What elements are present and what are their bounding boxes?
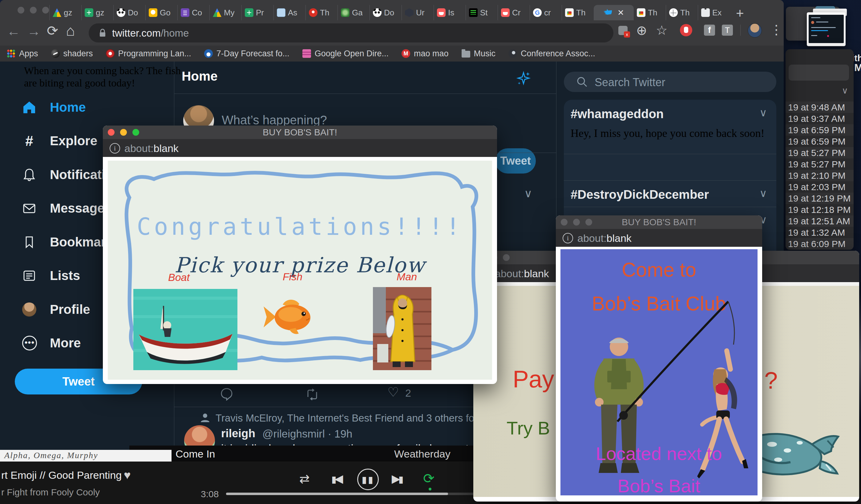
chevron-down-icon[interactable]: ∨ <box>760 187 767 199</box>
browser-tab[interactable]: Th ✕ <box>634 5 666 20</box>
browser-tab[interactable]: Pr ✕ <box>242 5 273 20</box>
previous-track-icon[interactable]: ◀ <box>331 472 343 485</box>
file-row[interactable]: 19 at 12:51 AM <box>785 215 853 227</box>
zoom-window-button[interactable] <box>503 254 510 261</box>
profile-avatar[interactable] <box>748 23 762 38</box>
chevron-down-icon[interactable]: ∨ <box>842 86 848 96</box>
forward-button[interactable]: → <box>27 23 41 39</box>
man-prize-image[interactable] <box>373 287 432 370</box>
browser-tab[interactable]: cr ✕ <box>530 5 562 20</box>
bookmark-item[interactable]: Programming Lan... <box>106 49 191 58</box>
boat-prize-image[interactable] <box>133 289 237 370</box>
browser-tab[interactable]: Ex ✕ <box>698 5 730 20</box>
browser-tab[interactable]: Do ✕ <box>113 5 145 20</box>
browser-tab[interactable]: gz ✕ <box>81 5 113 20</box>
window-titlebar[interactable]: BUY BOB'S BAIT! <box>556 215 762 229</box>
browser-tab[interactable]: ✕ <box>594 5 634 20</box>
trend-row[interactable]: #DestroyDickDecember ∨ <box>564 180 776 207</box>
extension-icon[interactable] <box>618 26 628 35</box>
file-row[interactable]: 19 at 6:59 PM <box>785 136 853 147</box>
close-window-button[interactable] <box>561 219 568 226</box>
prize-label-boat[interactable]: Boat <box>168 271 190 283</box>
browser-tab[interactable]: As ✕ <box>273 5 305 20</box>
add-circle-icon[interactable]: ⊕ <box>636 23 647 38</box>
file-row[interactable]: 19 at 1:32 AM <box>785 227 853 238</box>
browser-menu-icon[interactable]: ⋮ <box>770 22 783 37</box>
browser-tab[interactable]: Is ✕ <box>434 5 466 20</box>
browser-tab[interactable]: Go ✕ <box>145 5 177 20</box>
close-window-button[interactable] <box>108 129 114 136</box>
prize-label-man[interactable]: Man <box>397 271 417 283</box>
file-row[interactable]: 19 at 6:09 PM <box>785 238 853 250</box>
minimize-window-button[interactable] <box>30 7 37 14</box>
browser-tab[interactable]: Ur ✕ <box>401 5 434 20</box>
file-row[interactable]: 19 at 9:48 AM <box>785 101 853 113</box>
like-heart-icon[interactable]: ♡ <box>387 384 399 400</box>
t-extension-icon[interactable]: T <box>722 25 733 36</box>
browser-tab[interactable]: Cr ✕ <box>497 5 530 20</box>
queue-track-bar[interactable]: ▾ Come In Weatherday <box>129 446 476 461</box>
facebook-extension-icon[interactable]: f <box>704 25 715 36</box>
browser-tab[interactable]: Th ✕ <box>666 5 698 20</box>
bookmark-star-icon[interactable]: ☆ <box>656 23 668 38</box>
zoom-window-button[interactable] <box>133 129 139 136</box>
bookmark-item[interactable]: Google Open Dire... <box>302 49 388 58</box>
tweet-author[interactable]: rileigh <box>221 427 255 440</box>
zoom-window-button[interactable] <box>585 219 592 226</box>
reload-button[interactable]: ⟳ <box>47 23 58 39</box>
chevron-down-icon[interactable]: ∨ <box>524 187 532 200</box>
pause-button[interactable]: ▮▮ <box>357 468 379 490</box>
browser-tab[interactable]: Co ✕ <box>177 5 209 20</box>
browser-tab[interactable]: Do ✕ <box>370 5 401 20</box>
home-button[interactable]: ⌂ <box>66 22 75 39</box>
file-row[interactable]: 19 at 6:59 PM <box>785 124 853 136</box>
timeline-sparkle-icon[interactable] <box>516 71 531 86</box>
adblock-icon[interactable] <box>680 24 692 36</box>
sidebar-item-home[interactable]: Home <box>0 97 173 117</box>
close-window-button[interactable] <box>17 7 24 14</box>
browser-tab[interactable]: Th ✕ <box>562 5 594 20</box>
prize-label-fish[interactable]: Fish <box>283 271 302 283</box>
popup-address-bar[interactable]: i about:blank <box>556 229 762 247</box>
composer-placeholder[interactable]: What’s happening? <box>222 113 327 127</box>
browser-tab[interactable]: St ✕ <box>466 5 497 20</box>
minimize-window-button[interactable] <box>120 129 127 136</box>
new-tab-button[interactable]: + <box>736 5 744 21</box>
bookmark-item[interactable]: Music <box>462 49 496 58</box>
trend-row[interactable]: #whamageddon ∨ <box>564 100 776 126</box>
browser-tab[interactable]: My ✕ <box>209 5 242 20</box>
bookmark-item[interactable]: mao mao <box>401 49 449 58</box>
info-icon[interactable]: i <box>110 143 120 154</box>
popup-address-bar[interactable]: i about:blank <box>103 139 497 157</box>
file-row[interactable]: 19 at 2:03 PM <box>785 181 853 193</box>
retweet-icon[interactable] <box>304 388 320 401</box>
browser-tab[interactable]: Th ✕ <box>305 5 338 20</box>
zoom-window-button[interactable] <box>42 7 49 14</box>
liked-heart-icon[interactable]: ♥ <box>124 468 131 482</box>
next-track-icon[interactable]: ▶ <box>392 472 404 485</box>
shuffle-icon[interactable]: ⇄ <box>299 472 310 486</box>
file-row[interactable]: 19 at 9:37 AM <box>785 113 853 124</box>
repeat-icon[interactable]: ⟳ <box>423 471 435 486</box>
minimize-window-button[interactable] <box>573 219 580 226</box>
info-icon[interactable]: i <box>563 233 573 243</box>
screenshots-file-panel[interactable]: ∨ 19 at 9:48 AM19 at 9:37 AM19 at 6:59 P… <box>785 49 853 250</box>
address-bar[interactable]: twitter.com/home <box>89 23 613 42</box>
file-row[interactable]: 19 at 12:19 PM <box>785 193 853 204</box>
bookmark-item[interactable]: Conference Assoc... <box>508 49 595 58</box>
bookmark-item[interactable]: Apps <box>7 49 38 58</box>
file-row[interactable]: 19 at 12:18 PM <box>785 204 853 215</box>
back-button[interactable]: ← <box>7 23 20 39</box>
composer-tweet-button[interactable]: Tweet <box>495 148 536 173</box>
file-row[interactable]: 19 at 5:27 PM <box>785 147 853 158</box>
search-input[interactable]: Search Twitter <box>564 72 776 92</box>
chevron-down-icon[interactable]: ∨ <box>760 107 767 119</box>
window-titlebar[interactable]: BUY BOB'S BAIT! <box>103 126 497 139</box>
bookmark-item[interactable]: 7-Day Forecast fo... <box>204 49 289 58</box>
close-tab-icon[interactable]: ✕ <box>617 8 624 17</box>
browser-tab[interactable]: Ga ✕ <box>338 5 370 20</box>
file-panel-field[interactable] <box>789 65 849 81</box>
screenshot-preview-front[interactable] <box>807 12 846 46</box>
fish-prize-image[interactable] <box>261 293 317 342</box>
bookmark-item[interactable]: shaders <box>51 49 93 58</box>
